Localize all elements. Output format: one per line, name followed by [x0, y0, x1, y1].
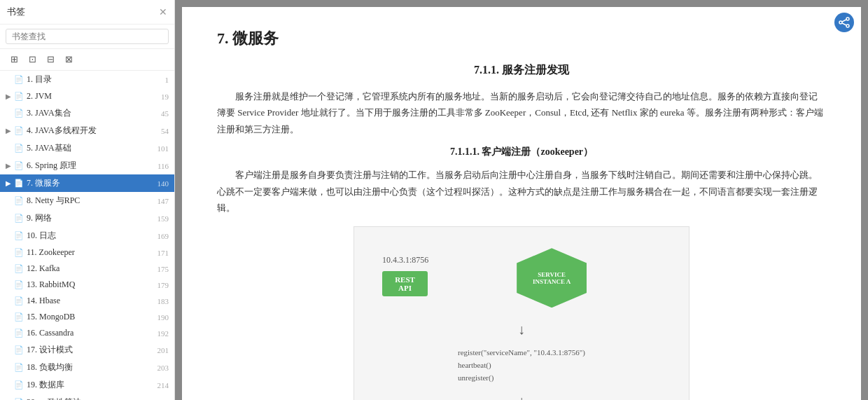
- sidebar-item-label-7: 7. 微服务: [27, 177, 155, 189]
- sidebar-bookmark-icon-9: 📄: [14, 214, 24, 223]
- sidebar: 书签 ✕ ⊞ ⊡ ⊟ ⊠ 📄 1. 目录 1 ▶ 📄 2. JVM 19 📄 3…: [0, 0, 175, 400]
- sidebar-search-area: [0, 25, 174, 49]
- sidebar-item-label-16: 16. Cassandra: [27, 328, 155, 338]
- sidebar-page-num-4: 54: [161, 127, 169, 135]
- register-line3: unregister(): [458, 373, 493, 382]
- sidebar-bookmark-icon-5: 📄: [14, 144, 24, 153]
- register-line1: register("serviceName", "10.4.3.1:8756"): [458, 348, 585, 357]
- sidebar-item-label-8: 8. Netty 与RPC: [27, 195, 155, 207]
- sidebar-item-9[interactable]: 📄 9. 网络 159: [0, 209, 174, 227]
- sidebar-item-20[interactable]: ▶ 📄 20. 一致性算法: [0, 394, 174, 400]
- sidebar-item-10[interactable]: 📄 10. 日志 169: [0, 227, 174, 244]
- sidebar-item-label-2: 2. JVM: [27, 91, 158, 102]
- sidebar-item-7[interactable]: ▶ 📄 7. 微服务 140: [0, 174, 174, 192]
- sidebar-bookmark-icon-17: 📄: [14, 345, 24, 354]
- sidebar-page-num-3: 45: [161, 109, 169, 118]
- sidebar-item-label-4: 4. JAVA多线程开发: [27, 125, 158, 137]
- sidebar-item-6[interactable]: ▶ 📄 6. Spring 原理 116: [0, 157, 174, 174]
- sidebar-title: 书签: [7, 6, 25, 18]
- sidebar-bookmark-icon-7: 📄: [14, 179, 24, 188]
- sidebar-item-label-15: 15. MongoDB: [27, 312, 155, 322]
- register-line2: heartbeat(): [458, 361, 491, 369]
- sidebar-bookmark-icon-16: 📄: [14, 329, 24, 338]
- sidebar-item-label-20: 20. 一致性算法: [27, 396, 166, 400]
- sidebar-item-13[interactable]: 📄 13. RabbitMQ 179: [0, 277, 174, 293]
- sidebar-item-19[interactable]: 📄 19. 数据库 214: [0, 376, 174, 394]
- paragraph-2: 客户端注册是服务自身要负责注册与注销的工作。当服务启动后向注册中心注册自身，当服…: [217, 167, 826, 216]
- sidebar-bookmark-icon-13: 📄: [14, 280, 24, 289]
- sidebar-item-1[interactable]: 📄 1. 目录 1: [0, 71, 174, 88]
- sidebar-search-input[interactable]: [6, 29, 169, 44]
- sidebar-item-8[interactable]: 📄 8. Netty 与RPC 147: [0, 192, 174, 209]
- sub-section-title: 7.1.1.1. 客户端注册（zookeeper）: [217, 146, 826, 158]
- sidebar-arrow-7: ▶: [6, 179, 13, 187]
- sidebar-page-num-13: 179: [158, 281, 169, 289]
- svg-line-4: [842, 23, 846, 25]
- sidebar-item-label-14: 14. Hbase: [27, 296, 155, 306]
- sidebar-bookmark-icon-14: 📄: [14, 296, 24, 305]
- sidebar-item-11[interactable]: 📄 11. Zookeeper 171: [0, 244, 174, 261]
- svg-point-1: [839, 21, 842, 24]
- sidebar-item-18[interactable]: 📄 18. 负载均衡 203: [0, 359, 174, 376]
- sidebar-item-4[interactable]: ▶ 📄 4. JAVA多线程开发 54: [0, 122, 174, 139]
- pdf-page: 7. 微服务 7.1.1. 服务注册发现 服务注册就是维护一个登记簿，它管理系统…: [182, 7, 861, 400]
- arrow-down-icon: ↓: [518, 322, 525, 338]
- sidebar-bookmark-icon-11: 📄: [14, 248, 24, 257]
- sidebar-item-label-10: 10. 日志: [27, 230, 155, 242]
- sidebar-bookmark-icon-8: 📄: [14, 196, 24, 205]
- sidebar-item-3[interactable]: 📄 3. JAVA集合 45: [0, 104, 174, 122]
- sidebar-item-label-1: 1. 目录: [27, 74, 162, 85]
- sidebar-close-button[interactable]: ✕: [159, 6, 167, 18]
- sidebar-item-label-9: 9. 网络: [27, 212, 155, 224]
- sidebar-item-label-6: 6. Spring 原理: [27, 160, 155, 172]
- service-instance-shape: SERVICE INSTANCE A: [517, 248, 587, 308]
- sidebar-list: 📄 1. 目录 1 ▶ 📄 2. JVM 19 📄 3. JAVA集合 45 ▶…: [0, 71, 174, 400]
- sidebar-bookmark-icon-3: 📄: [14, 109, 24, 118]
- bookmark-icon-1[interactable]: ⊡: [25, 53, 39, 67]
- sidebar-bookmark-icon-2: 📄: [14, 92, 24, 101]
- bookmark-add-icon[interactable]: ⊞: [7, 53, 21, 67]
- bookmark-icon-2[interactable]: ⊟: [43, 53, 57, 67]
- ip-address-label: 10.4.3.1:8756: [382, 255, 428, 265]
- sidebar-item-16[interactable]: 📄 16. Cassandra 192: [0, 325, 174, 341]
- rest-api-box: RESTAPI: [382, 271, 428, 296]
- register-text: register("serviceName", "10.4.3.1:8756")…: [458, 347, 585, 384]
- pdf-wrapper: 7. 微服务 7.1.1. 服务注册发现 服务注册就是维护一个登记簿，它管理系统…: [175, 0, 868, 400]
- sidebar-page-num-11: 171: [158, 249, 169, 257]
- sidebar-header: 书签 ✕: [0, 0, 174, 25]
- sidebar-page-num-18: 203: [158, 364, 169, 372]
- sidebar-page-num-19: 214: [158, 381, 169, 389]
- sidebar-bookmark-icon-1: 📄: [14, 75, 24, 84]
- sidebar-page-num-6: 116: [158, 162, 169, 170]
- sidebar-item-15[interactable]: 📄 15. MongoDB 190: [0, 309, 174, 325]
- sidebar-page-num-2: 19: [161, 92, 169, 101]
- bookmark-icon-3[interactable]: ⊠: [62, 53, 76, 67]
- rest-api-label: RESTAPI: [395, 275, 415, 292]
- sidebar-item-17[interactable]: 📄 17. 设计模式 201: [0, 341, 174, 359]
- sidebar-item-2[interactable]: ▶ 📄 2. JVM 19: [0, 88, 174, 104]
- sidebar-bookmark-icon-18: 📄: [14, 363, 24, 372]
- sidebar-item-label-17: 17. 设计模式: [27, 344, 155, 356]
- sidebar-item-label-11: 11. Zookeeper: [27, 247, 155, 258]
- sidebar-item-12[interactable]: 📄 12. Kafka 175: [0, 261, 174, 277]
- arrow-down-2-icon: ↓: [518, 393, 525, 400]
- sidebar-page-num-1: 1: [165, 76, 169, 84]
- sidebar-page-num-9: 159: [158, 214, 169, 223]
- svg-point-0: [846, 18, 849, 20]
- sidebar-bookmark-icon-15: 📄: [14, 312, 24, 322]
- sidebar-page-num-14: 183: [158, 297, 169, 305]
- sidebar-item-5[interactable]: 📄 5. JAVA基础 101: [0, 139, 174, 157]
- share-button[interactable]: [834, 13, 854, 32]
- svg-point-2: [846, 25, 849, 27]
- sidebar-page-num-8: 147: [158, 197, 169, 205]
- sidebar-item-label-13: 13. RabbitMQ: [27, 280, 155, 290]
- sidebar-bookmark-icon-10: 📄: [14, 231, 24, 240]
- sidebar-bookmark-icon-4: 📄: [14, 126, 24, 135]
- sidebar-page-num-15: 190: [158, 313, 169, 322]
- diagram-container: 10.4.3.1:8756 RESTAPI SERVICE INSTANCE A: [217, 226, 826, 400]
- sidebar-item-label-3: 3. JAVA集合: [27, 107, 158, 119]
- svg-line-3: [842, 20, 846, 22]
- sidebar-item-label-5: 5. JAVA基础: [27, 142, 155, 154]
- sidebar-bookmark-icon-6: 📄: [14, 161, 24, 170]
- sidebar-item-14[interactable]: 📄 14. Hbase 183: [0, 293, 174, 309]
